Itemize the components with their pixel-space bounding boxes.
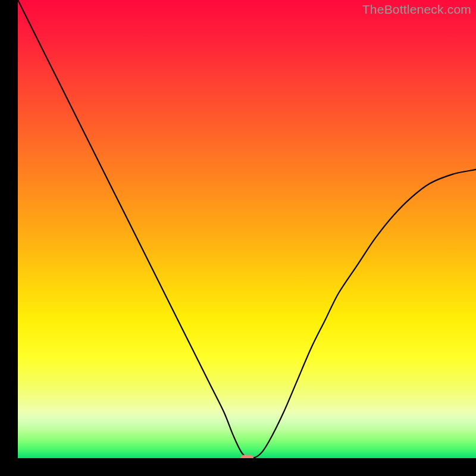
chart-stage: TheBottleneck.com (0, 0, 476, 476)
watermark-text: TheBottleneck.com (362, 2, 471, 17)
optimal-marker (240, 455, 253, 459)
curve-layer (18, 0, 476, 458)
bottleneck-curve (18, 0, 476, 458)
plot-area (18, 0, 476, 458)
